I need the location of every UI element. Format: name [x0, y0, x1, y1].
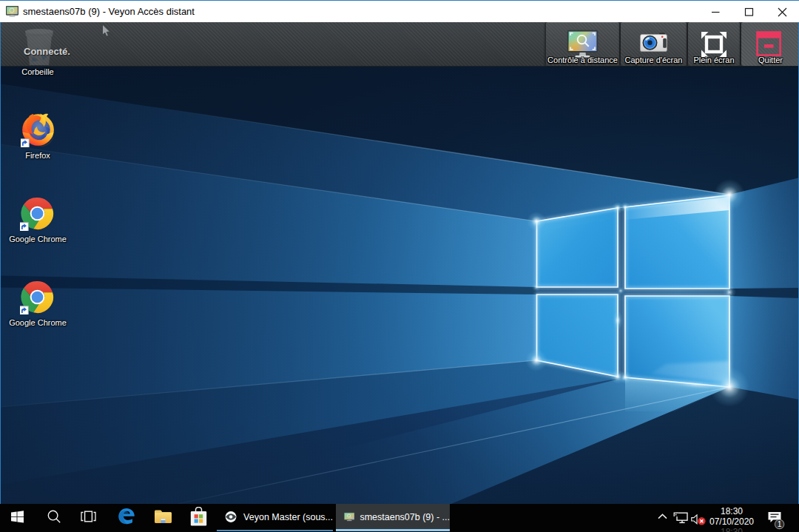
- svg-text:1: 1: [778, 519, 782, 528]
